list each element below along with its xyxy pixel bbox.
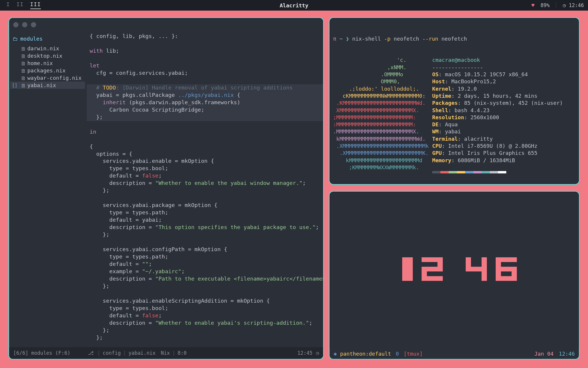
breadcrumb: | config | yabai.nix Nix | 8:0 [97, 350, 187, 356]
code-line[interactable]: in [90, 129, 96, 135]
minimize-dot-icon[interactable] [22, 22, 27, 27]
folder-icon: 🗀 [13, 36, 18, 42]
code-line[interactable]: description = "Whether to enable the yab… [90, 180, 306, 186]
code-line[interactable]: { config, lib, pkgs, ... }: [90, 33, 178, 39]
tmux-window-name[interactable]: [tmux] [404, 351, 423, 357]
tree-file-label: darwin.nix [27, 45, 59, 52]
file-icon: 🗎 [21, 82, 26, 89]
code-line[interactable]: services.yabai.enableScriptingAddition =… [90, 298, 270, 304]
clock-indicator: ◷ 12:46 [563, 2, 584, 8]
tree-file[interactable]: 🗎darwin.nix [10, 45, 85, 52]
code-line[interactable]: let [90, 62, 99, 69]
file-icon: 🗎 [21, 60, 26, 67]
clock-digit [392, 257, 413, 281]
code-line[interactable]: }; [90, 334, 103, 341]
tree-counter: [6/6] [13, 350, 28, 356]
file-icon: 🗎 [21, 46, 26, 52]
terminal-neofetch-window: π ~ ❯ nix-shell -p neofetch --run neofet… [329, 17, 580, 185]
heart-icon: ♥ [532, 2, 534, 8]
editor-clock: 12:45 [298, 350, 313, 356]
code-line[interactable]: inherit (pkgs.darwin.apple_sdk.framework… [87, 99, 323, 106]
code-line[interactable]: description = "This option specifies the… [90, 224, 319, 230]
code-line[interactable]: }; [90, 327, 109, 333]
code-line[interactable]: with lib; [90, 48, 119, 54]
apple-logo-ascii: 'c. ,xNMM. .OMMMMo OMMM0, .;loddo:' lool… [333, 57, 429, 173]
neofetch-info: cmacrae@macbook ---------------- OS: mac… [432, 57, 563, 173]
dirty-marker-icon: [] [12, 83, 17, 88]
editor-window: 🗀 modules 🗎darwin.nix🗎desktop.nix🗎home.n… [8, 17, 324, 360]
code-line[interactable]: }; [90, 187, 109, 193]
tree-file-label: desktop.nix [27, 53, 62, 59]
code-line[interactable]: }; [90, 283, 109, 289]
tmux-statusbar: ✱ pantheon:default 0 [tmux] Jan 04 12:46 [330, 348, 579, 359]
tree-file-label: packages.nix [27, 67, 66, 74]
color-swatches [432, 171, 563, 173]
code-line[interactable]: description = "Whether to enable yabai's… [90, 320, 312, 326]
close-dot-icon[interactable] [13, 22, 19, 27]
file-tree[interactable]: 🗀 modules 🗎darwin.nix🗎desktop.nix🗎home.n… [9, 32, 85, 347]
menubar-divider [556, 2, 556, 8]
code-line[interactable]: services.yabai.enable = mkOption { [90, 158, 214, 164]
code-line[interactable]: example = "~/.yabairc"; [90, 268, 185, 274]
tmux-time: 12:46 [559, 351, 575, 357]
tree-file-label: home.nix [27, 60, 53, 66]
crumb-project: config [103, 350, 121, 356]
clock-icon: ◷ [563, 2, 566, 8]
code-line[interactable]: { [90, 143, 93, 150]
zoom-dot-icon[interactable] [31, 22, 36, 27]
workspace-2[interactable]: II [16, 1, 24, 9]
menubar-clock: 12:46 [569, 2, 584, 8]
tree-root[interactable]: 🗀 modules [10, 34, 85, 45]
code-line[interactable]: default = false; [90, 173, 162, 179]
tmux-session[interactable]: ✱ pantheon:default [334, 351, 391, 357]
crumb-file: yabai.nix [128, 350, 156, 356]
code-line[interactable]: }; [87, 114, 323, 121]
code-line[interactable]: }; [90, 231, 109, 238]
crumb-lang: Nix [161, 350, 170, 356]
terminal-body[interactable] [333, 195, 575, 348]
code-editor[interactable]: { config, lib, pkgs, ... }: with lib; le… [87, 32, 323, 347]
clock-digit [422, 257, 443, 281]
tree-file[interactable]: 🗎waybar-config.nix [10, 74, 85, 82]
tty-clock [392, 257, 517, 281]
code-line[interactable]: services.yabai.package = mkOption { [90, 202, 217, 208]
code-line[interactable]: # TODO: [Darwin] Handle removal of yabai… [87, 84, 323, 92]
code-line[interactable]: type = types.path; [90, 209, 168, 216]
file-icon: 🗎 [21, 75, 26, 81]
code-line[interactable]: default = false; [90, 312, 162, 319]
code-line[interactable]: type = types.bool; [90, 305, 168, 311]
workspace-switcher: I II III [0, 1, 41, 9]
battery-indicator: ♥ 89% [532, 2, 549, 8]
app-title: Alacritty [280, 2, 308, 9]
workspace-3[interactable]: III [30, 1, 41, 9]
workspace-1[interactable]: I [6, 1, 10, 9]
code-line[interactable]: description = "Path to the executable <f… [90, 276, 323, 282]
menubar: I II III Alacritty ♥ 89% ◷ 12:46 [0, 0, 588, 11]
code-line[interactable]: type = types.path; [90, 253, 168, 260]
code-line[interactable]: type = types.bool; [90, 165, 168, 171]
code-line[interactable]: services.yabai.configPath = mkOption { [90, 246, 227, 252]
code-line[interactable]: options = { [90, 151, 132, 157]
tmux-date: Jan 04 [534, 351, 554, 357]
tmux-window-index[interactable]: 0 [396, 351, 399, 357]
tree-file[interactable]: []🗎yabai.nix [10, 82, 85, 89]
code-line[interactable]: Carbon Cocoa ScriptingBridge; [87, 106, 323, 114]
traffic-lights[interactable] [13, 22, 36, 27]
code-line[interactable]: cfg = config.services.yabai; [90, 70, 188, 76]
file-icon: 🗎 [21, 53, 26, 59]
tree-file[interactable]: 🗎home.nix [10, 59, 85, 67]
code-line[interactable]: default = ""; [90, 261, 152, 267]
tree-file-label: waybar-config.nix [27, 75, 81, 81]
code-line[interactable]: default = yabai; [90, 217, 162, 223]
terminal-body[interactable]: π ~ ❯ nix-shell -p neofetch --run neofet… [333, 21, 575, 173]
tree-file[interactable]: 🗎desktop.nix [10, 52, 85, 59]
vcs-branch-icon: ⎇ [88, 350, 94, 356]
neofetch-output: 'c. ,xNMM. .OMMMMo OMMM0, .;loddo:' lool… [333, 57, 575, 173]
code-line[interactable]: yabai = pkgs.callPackage ../pkgs/yabai.n… [87, 92, 323, 99]
star-icon: ✱ [334, 351, 337, 357]
tree-file-label: yabai.nix [27, 82, 56, 88]
clock-colon [452, 257, 457, 281]
tree-mode-label: modules (F:6) [31, 350, 70, 356]
battery-percent: 89% [541, 2, 550, 8]
tree-file[interactable]: 🗎packages.nix [10, 67, 85, 74]
